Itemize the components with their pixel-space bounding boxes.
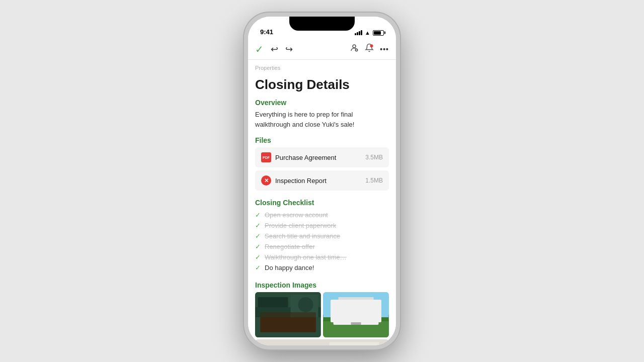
checklist-text: Search title and insurance — [265, 232, 340, 240]
svg-point-4 — [370, 44, 373, 47]
redo-button[interactable]: ↪ — [285, 44, 293, 55]
file-item[interactable]: PDF Purchase Agreement 3.5MB — [255, 147, 389, 167]
checklist-text: Renegotiate offer — [265, 243, 315, 250]
wifi-icon: ▲ — [365, 30, 370, 36]
user-icon[interactable] — [350, 43, 359, 55]
svg-rect-17 — [364, 305, 374, 312]
svg-rect-15 — [351, 310, 361, 325]
file-name: Purchase Agreement — [275, 154, 336, 161]
more-icon[interactable]: ••• — [380, 45, 389, 53]
checklist-item: ✓ Do happy dance! — [255, 262, 389, 273]
signal-icon — [355, 30, 362, 35]
status-icons: ▲ — [355, 30, 384, 36]
check-icon: ✓ — [255, 222, 261, 229]
checklist-text: Open escrow account — [265, 211, 328, 219]
check-icon: ✓ — [255, 264, 261, 272]
checklist-section: Closing Checklist ✓ Open escrow account … — [255, 199, 389, 273]
content-area[interactable]: Closing Details Overview Everything is h… — [248, 73, 396, 345]
svg-point-10 — [298, 297, 313, 312]
pdf-icon: PDF — [261, 152, 271, 162]
svg-point-0 — [353, 45, 356, 48]
image-living-1[interactable] — [255, 339, 389, 345]
svg-rect-13 — [334, 300, 379, 325]
checklist-item: ✓ Provide client paperwork — [255, 220, 389, 231]
notch — [289, 17, 355, 31]
bell-icon[interactable] — [365, 43, 374, 55]
images-row-1 — [255, 292, 389, 337]
svg-rect-18 — [324, 317, 389, 321]
images-grid — [255, 292, 389, 345]
image-house[interactable] — [323, 292, 389, 337]
breadcrumb-text: Properties — [255, 65, 280, 71]
checklist-item: ✓ Renegotiate offer — [255, 241, 389, 252]
checklist-label: Closing Checklist — [255, 199, 389, 207]
toolbar: ✓ ↩ ↪ — [248, 39, 396, 60]
checklist-text: Provide client paperwork — [265, 222, 336, 229]
phone-frame: 9:41 ▲ ✓ ↩ ↪ — [244, 13, 400, 349]
checklist-item: ✓ Walkthrough one last time… — [255, 252, 389, 262]
svg-rect-24 — [330, 342, 379, 345]
overview-text: Everything is here to prep for final wal… — [255, 110, 389, 129]
overview-label: Overview — [255, 99, 389, 107]
checklist-item: ✓ Search title and insurance — [255, 231, 389, 241]
battery-icon — [373, 30, 384, 36]
breadcrumb: Properties — [248, 60, 396, 73]
svg-rect-16 — [339, 305, 349, 312]
inspection-images-label: Inspection Images — [255, 281, 389, 289]
overview-section: Overview Everything is here to prep for … — [255, 99, 389, 129]
svg-rect-7 — [261, 317, 316, 332]
files-section: Files PDF Purchase Agreement 3.5MB ✕ Ins… — [255, 136, 389, 191]
check-icon: ✓ — [255, 253, 261, 261]
file-size: 1.5MB — [365, 177, 383, 184]
file-item[interactable]: ✕ Inspection Report 1.5MB — [255, 170, 389, 191]
undo-button[interactable]: ↩ — [271, 44, 278, 55]
checklist-text-active: Do happy dance! — [265, 264, 314, 272]
check-icon: ✓ — [255, 232, 261, 240]
file-name: Inspection Report — [275, 177, 327, 185]
status-time: 9:41 — [260, 28, 273, 36]
page-title: Closing Details — [255, 77, 389, 93]
phone-screen: 9:41 ▲ ✓ ↩ ↪ — [248, 17, 396, 345]
x-icon: ✕ — [261, 175, 271, 186]
inspection-images-section: Inspection Images — [255, 281, 389, 345]
file-size: 3.5MB — [365, 154, 383, 161]
checklist-item: ✓ Open escrow account — [255, 210, 389, 220]
svg-rect-14 — [339, 297, 374, 302]
check-icon: ✓ — [255, 211, 261, 219]
images-row-2 — [255, 339, 389, 345]
check-button[interactable]: ✓ — [255, 43, 264, 55]
toolbar-left: ✓ ↩ ↪ — [255, 43, 342, 55]
check-icon: ✓ — [255, 243, 261, 250]
files-label: Files — [255, 136, 389, 144]
toolbar-right: ••• — [350, 43, 389, 55]
checklist-text: Walkthrough one last time… — [265, 253, 347, 261]
svg-rect-11 — [324, 292, 389, 320]
image-kitchen[interactable] — [255, 292, 321, 337]
